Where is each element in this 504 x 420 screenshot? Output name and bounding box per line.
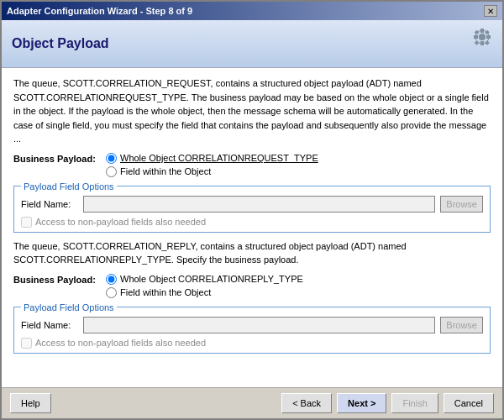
description-text-2: The queue, SCOTT.CORRELATION_REPLY, cont… — [13, 239, 491, 267]
window-title: Adapter Configuration Wizard - Step 8 of… — [7, 6, 192, 16]
business-payload-row-1: Business Payload: Whole Object CORRELATI… — [13, 153, 491, 177]
radio-whole-object-input-2[interactable] — [106, 274, 117, 285]
back-button[interactable]: < Back — [281, 393, 332, 413]
radio-field-within-input-2[interactable] — [106, 287, 117, 298]
radio-whole-object-1[interactable]: Whole Object CORRELATIONREQUEST_TYPE — [106, 153, 318, 164]
svg-rect-5 — [486, 35, 491, 39]
browse-button-2[interactable]: Browse — [440, 317, 483, 333]
radio-field-within-input-1[interactable] — [106, 166, 117, 177]
business-payload-row-2: Business Payload: Whole Object CORRELATI… — [13, 274, 491, 298]
close-button[interactable]: ✕ — [484, 5, 497, 17]
radio-whole-object-2[interactable]: Whole Object CORRELATIONREPLY_TYPE — [106, 274, 303, 285]
browse-button-1[interactable]: Browse — [440, 196, 483, 213]
field-name-label-2: Field Name: — [21, 320, 78, 330]
footer-left: Help — [10, 393, 51, 413]
non-payload-checkbox-2[interactable] — [21, 338, 32, 349]
fieldset-legend-1: Payload Field Options — [21, 181, 117, 192]
non-payload-label-1: Access to non-payload fields also needed — [35, 217, 206, 227]
header-banner: Object Payload — [2, 20, 502, 68]
radio-whole-object-label-1: Whole Object CORRELATIONREQUEST_TYPE — [120, 153, 318, 163]
field-name-label-1: Field Name: — [21, 199, 78, 209]
page-title: Object Payload — [12, 36, 109, 51]
payload-field-options-1: Payload Field Options Field Name: Browse… — [13, 181, 491, 233]
business-payload-label-2: Business Payload: — [13, 274, 106, 285]
payload-radio-options-1: Whole Object CORRELATIONREQUEST_TYPE Fie… — [106, 153, 318, 177]
main-window: Adapter Configuration Wizard - Step 8 of… — [0, 0, 504, 420]
footer-right: < Back Next > Finish Cancel — [281, 393, 494, 413]
checkbox-row-1: Access to non-payload fields also needed — [21, 217, 483, 228]
footer: Help < Back Next > Finish Cancel — [2, 387, 502, 418]
business-payload-label-1: Business Payload: — [13, 153, 106, 164]
help-button[interactable]: Help — [10, 393, 51, 413]
field-name-input-2[interactable] — [83, 317, 435, 333]
cancel-button[interactable]: Cancel — [444, 393, 494, 413]
radio-field-within-label-1: Field within the Object — [120, 166, 211, 176]
payload-radio-options-2: Whole Object CORRELATIONREPLY_TYPE Field… — [106, 274, 303, 298]
radio-whole-object-label-2: Whole Object CORRELATIONREPLY_TYPE — [120, 274, 303, 284]
main-content: The queue, SCOTT.CORRELATION_REQUEST, co… — [2, 68, 502, 387]
svg-rect-3 — [480, 41, 484, 45]
radio-field-within-1[interactable]: Field within the Object — [106, 166, 318, 177]
field-name-row-2: Field Name: Browse — [21, 317, 483, 333]
svg-rect-4 — [474, 35, 478, 39]
field-name-row-1: Field Name: Browse — [21, 196, 483, 213]
svg-rect-2 — [480, 29, 484, 33]
radio-field-within-2[interactable]: Field within the Object — [106, 287, 303, 298]
svg-point-1 — [479, 34, 486, 40]
checkbox-row-2: Access to non-payload fields also needed — [21, 338, 483, 349]
field-name-input-1[interactable] — [83, 196, 435, 213]
radio-whole-object-input-1[interactable] — [106, 153, 117, 164]
gear-icon — [452, 27, 492, 60]
non-payload-label-2: Access to non-payload fields also needed — [35, 338, 206, 348]
fieldset-legend-2: Payload Field Options — [21, 302, 117, 312]
title-bar: Adapter Configuration Wizard - Step 8 of… — [2, 2, 502, 20]
next-button[interactable]: Next > — [337, 393, 386, 413]
non-payload-checkbox-1[interactable] — [21, 217, 32, 228]
payload-field-options-2: Payload Field Options Field Name: Browse… — [13, 302, 491, 354]
finish-button[interactable]: Finish — [391, 393, 438, 413]
radio-field-within-label-2: Field within the Object — [120, 287, 211, 297]
description-text-1: The queue, SCOTT.CORRELATION_REQUEST, co… — [13, 76, 491, 146]
